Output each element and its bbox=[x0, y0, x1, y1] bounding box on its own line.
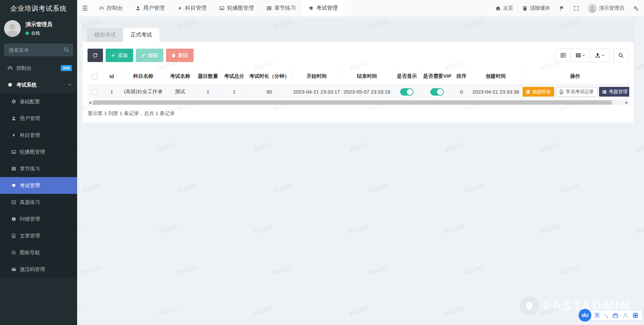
home-button[interactable]: 主页 bbox=[495, 5, 513, 11]
ime-logo[interactable]: du bbox=[579, 309, 591, 322]
topnav-user-mgmt[interactable]: 用户管理 bbox=[129, 0, 171, 16]
file-text-icon bbox=[11, 233, 16, 238]
clear-cache-button[interactable]: 清除缓存 bbox=[522, 5, 550, 11]
edit-button[interactable]: 编辑 bbox=[136, 49, 163, 62]
col-header-actions: 操作 bbox=[521, 69, 629, 84]
tab-formal-exam[interactable]: 正式考试 bbox=[123, 28, 159, 42]
user-name: 演示管理员 bbox=[25, 21, 52, 28]
fullscreen-button[interactable] bbox=[574, 6, 579, 11]
book-icon bbox=[526, 90, 530, 94]
scrollbar-thumb[interactable] bbox=[93, 100, 612, 105]
question-mgmt-button[interactable]: 考题管理 bbox=[599, 87, 630, 97]
sidebar-item-user-mgmt[interactable]: 用户管理 bbox=[0, 110, 77, 127]
sidebar-item-exam-mgmt[interactable]: 考试管理 bbox=[0, 177, 77, 194]
show-toggle[interactable] bbox=[400, 88, 414, 96]
scroll-right-arrow[interactable]: ▶ bbox=[624, 100, 629, 105]
exam-table: Id 科目名称 考试名称 题目数量 考试总分 考试时长（分钟） 开始时间 结束时… bbox=[88, 69, 629, 99]
ime-toolbox-button[interactable] bbox=[612, 313, 618, 318]
sidebar-item-carousel-mgmt[interactable]: 轮播图管理 bbox=[0, 144, 77, 160]
exam-records-button[interactable]: 学员考试记录 bbox=[556, 87, 597, 97]
horizontal-scrollbar[interactable]: ◀ ▶ bbox=[88, 100, 629, 105]
col-header-show: 是否显示 bbox=[392, 69, 422, 84]
hamburger-menu-icon[interactable]: ☰ bbox=[77, 0, 93, 16]
avatar bbox=[4, 20, 21, 37]
cell-total-score: 1 bbox=[221, 84, 247, 99]
briefcase-icon bbox=[612, 313, 618, 318]
topnav-subject-mgmt[interactable]: 科目管理 bbox=[171, 0, 213, 16]
sidebar-item-label: 考试系统 bbox=[16, 82, 64, 88]
grid-icon bbox=[267, 6, 272, 11]
topnav-chapter-practice[interactable]: 章节练习 bbox=[260, 0, 302, 16]
ime-language-toggle[interactable]: 英 bbox=[594, 312, 600, 319]
col-header-exam-name: 考试名称 bbox=[165, 69, 195, 84]
sidebar-item-dashboard[interactable]: 控制台 hot bbox=[0, 60, 77, 76]
col-header-create-time: 创建时间 bbox=[471, 69, 521, 84]
file-text-icon bbox=[559, 90, 564, 94]
user-icon bbox=[136, 6, 141, 11]
cell-id: 1 bbox=[102, 84, 121, 99]
col-header-id: Id bbox=[102, 69, 121, 84]
flag-button[interactable] bbox=[559, 6, 565, 11]
hot-badge: hot bbox=[61, 65, 72, 71]
col-header-vip: 是否需要VIP bbox=[422, 69, 452, 84]
sidebar-item-real-questions[interactable]: 真题练习 bbox=[0, 194, 77, 211]
gear-icon bbox=[11, 99, 16, 104]
sidebar-item-chapter-practice[interactable]: 章节练习 bbox=[0, 160, 77, 177]
ime-punctuation-toggle[interactable]: ·, bbox=[604, 312, 608, 318]
sidebar-item-article-mgmt[interactable]: 文章管理 bbox=[0, 227, 77, 244]
sidebar-item-icon-nav[interactable]: 图标导航 bbox=[0, 244, 77, 261]
scroll-left-arrow[interactable]: ◀ bbox=[88, 100, 93, 105]
chevron-down-icon bbox=[68, 83, 72, 87]
ime-keyboard-layout-button[interactable] bbox=[633, 313, 638, 318]
columns-icon bbox=[576, 53, 581, 58]
profile-menu[interactable]: 演示管理员 bbox=[588, 4, 624, 13]
sidebar-submenu: 基础配置 用户管理 科目管理 轮播图管理 章节练习 考试管理 真题练习 纠错管理… bbox=[0, 93, 77, 278]
col-header-sort: 排序 bbox=[452, 69, 471, 84]
table-row[interactable]: 1 (高级)社会工作者 测试 1 1 60 2023-04-21 23:33:1… bbox=[88, 84, 629, 99]
content-area: 模拟考试 正式考试 添加 编辑 删除 bbox=[77, 17, 644, 325]
table-toolbar: 添加 编辑 删除 bbox=[88, 49, 629, 62]
col-header-start-time: 开始时间 bbox=[291, 69, 342, 84]
bolt-icon bbox=[177, 6, 182, 11]
delete-button[interactable]: 删除 bbox=[166, 49, 194, 62]
row-checkbox[interactable] bbox=[92, 89, 98, 95]
sidebar-item-subject-mgmt[interactable]: 科目管理 bbox=[0, 127, 77, 144]
online-dot-icon bbox=[25, 32, 29, 35]
extract-paper-button[interactable]: 抽题组卷 bbox=[523, 87, 554, 97]
cell-subject: (高级)社会工作者 bbox=[121, 84, 165, 99]
settings-button[interactable] bbox=[633, 6, 639, 11]
list-alt-icon bbox=[11, 200, 16, 205]
sidebar-item-exam-system[interactable]: 考试系统 bbox=[0, 76, 77, 93]
sidebar-item-basic-config[interactable]: 基础配置 bbox=[0, 93, 77, 110]
plus-icon bbox=[111, 53, 115, 58]
columns-dropdown-button[interactable] bbox=[571, 49, 590, 62]
sidebar-search-input[interactable] bbox=[4, 44, 73, 56]
sidebar-item-activation-code[interactable]: 激活码管理 bbox=[0, 261, 77, 278]
export-dropdown-button[interactable] bbox=[590, 49, 610, 62]
image-icon bbox=[11, 150, 16, 154]
grid-icon bbox=[633, 313, 638, 318]
detail-view-button[interactable] bbox=[555, 49, 571, 62]
topnav-dashboard[interactable]: 控制台 bbox=[93, 0, 129, 16]
person-icon bbox=[623, 313, 628, 318]
fastadmin-logo-icon bbox=[520, 296, 539, 316]
refresh-button[interactable] bbox=[88, 49, 103, 62]
select-all-checkbox[interactable] bbox=[92, 74, 98, 79]
sidebar-item-error-mgmt[interactable]: 纠错管理 bbox=[0, 211, 77, 227]
bolt-icon bbox=[11, 133, 16, 138]
ime-account-button[interactable] bbox=[623, 313, 628, 318]
topnav-exam-mgmt[interactable]: 考试管理 bbox=[302, 0, 344, 16]
add-button[interactable]: 添加 bbox=[106, 49, 133, 62]
vip-toggle[interactable] bbox=[430, 88, 444, 96]
tab-mock-exam[interactable]: 模拟考试 bbox=[87, 28, 123, 42]
cell-duration: 60 bbox=[247, 84, 291, 99]
caret-down-icon bbox=[582, 54, 585, 57]
search-toggle-button[interactable] bbox=[613, 49, 629, 62]
credit-card-icon bbox=[11, 267, 16, 272]
cell-start-time: 2023-04-21 23:33:17 bbox=[291, 84, 342, 99]
user-panel: 演示管理员 在线 bbox=[0, 17, 77, 41]
search-icon bbox=[64, 47, 69, 52]
topnav-carousel-mgmt[interactable]: 轮播图管理 bbox=[213, 0, 260, 16]
graduation-cap-icon bbox=[11, 183, 16, 188]
col-header-total-score: 考试总分 bbox=[221, 69, 247, 84]
